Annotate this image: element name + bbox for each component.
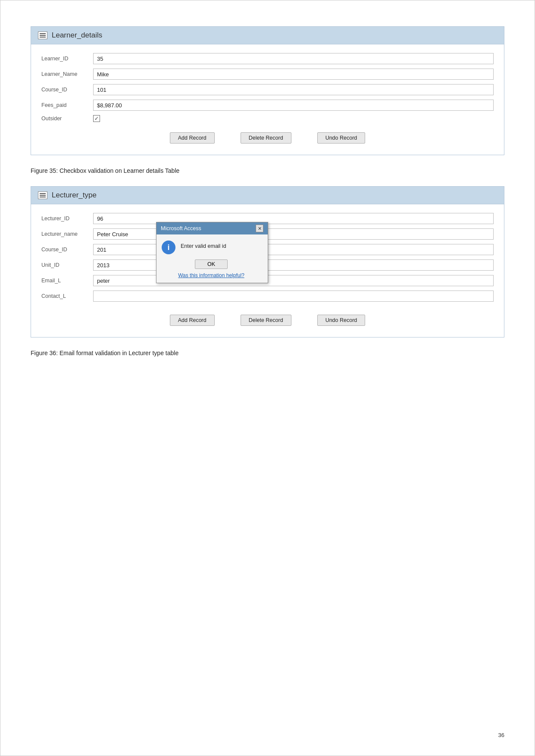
contact-l-input[interactable] bbox=[93, 291, 494, 302]
lecturer-course-id-label: Course_ID bbox=[41, 247, 93, 253]
learner-form-buttons: Add Record Delete Record Undo Record bbox=[41, 126, 494, 148]
figure35-caption: Figure 35: Checkbox validation on Learne… bbox=[31, 167, 504, 174]
lecturer-id-label: Lecturer_ID bbox=[41, 216, 93, 222]
lecturer-add-record-button[interactable]: Add Record bbox=[170, 315, 215, 326]
learner-course-id-row: Course_ID bbox=[41, 84, 494, 95]
email-l-input[interactable] bbox=[93, 275, 494, 286]
dialog-title: Microsoft Access bbox=[161, 225, 201, 231]
email-l-label: Email_L bbox=[41, 278, 93, 284]
learner-course-id-label: Course_ID bbox=[41, 87, 93, 93]
close-icon: ✕ bbox=[258, 226, 262, 231]
learner-panel-header: Learner_details bbox=[31, 27, 504, 44]
lecturer-undo-record-button[interactable]: Undo Record bbox=[317, 315, 366, 326]
lecturer-name-input[interactable] bbox=[93, 228, 494, 240]
fees-paid-label: Fees_paid bbox=[41, 102, 93, 108]
learner-id-label: Learner_ID bbox=[41, 56, 93, 62]
figure36-caption: Figure 36: Email format validation in Le… bbox=[31, 350, 504, 356]
lecturer-form-body: Lecturer_ID Lecturer_name Course_ID Unit… bbox=[31, 204, 504, 337]
lecturer-form-buttons: Add Record Delete Record Undo Record bbox=[41, 309, 494, 330]
info-icon: i bbox=[162, 241, 175, 254]
learner-panel-title: Learner_details bbox=[52, 31, 102, 40]
dialog-help-link[interactable]: Was this information helpful? bbox=[178, 272, 244, 278]
dialog-ok-row: OK bbox=[162, 259, 261, 269]
learner-name-input[interactable] bbox=[93, 69, 494, 80]
dialog-titlebar: Microsoft Access ✕ bbox=[156, 222, 268, 234]
learner-name-row: Learner_Name bbox=[41, 69, 494, 80]
lecturer-id-input[interactable] bbox=[93, 213, 494, 224]
lecturer-delete-record-button[interactable]: Delete Record bbox=[241, 315, 291, 326]
dialog-help-row: Was this information helpful? bbox=[162, 272, 261, 278]
dialog-close-button[interactable]: ✕ bbox=[256, 225, 263, 232]
table-icon bbox=[38, 31, 47, 39]
outsider-checkbox[interactable] bbox=[93, 115, 100, 122]
lecturer-course-id-input[interactable] bbox=[93, 244, 494, 255]
lecturer-panel-title: Lecturer_type bbox=[52, 191, 97, 200]
fees-paid-input[interactable] bbox=[93, 100, 494, 111]
learner-add-record-button[interactable]: Add Record bbox=[170, 132, 215, 144]
dialog-info-row: i Enter valid email id bbox=[162, 241, 261, 254]
lecturer-panel-header: Lecturer_type bbox=[31, 187, 504, 204]
learner-id-input[interactable] bbox=[93, 53, 494, 64]
page-number: 36 bbox=[498, 732, 504, 738]
lecturer-type-panel: Lecturer_type Lecturer_ID Lecturer_name … bbox=[31, 186, 504, 337]
learner-details-panel: Learner_details Learner_ID Learner_Name … bbox=[31, 26, 504, 155]
dialog-ok-button[interactable]: OK bbox=[195, 259, 228, 269]
learner-name-label: Learner_Name bbox=[41, 71, 93, 77]
page: Learner_details Learner_ID Learner_Name … bbox=[0, 0, 535, 756]
learner-course-id-input[interactable] bbox=[93, 84, 494, 95]
learner-delete-record-button[interactable]: Delete Record bbox=[241, 132, 291, 144]
dialog-body: i Enter valid email id OK Was this infor… bbox=[156, 234, 268, 283]
outsider-row: Outsider bbox=[41, 115, 494, 122]
unit-id-label: Unit_ID bbox=[41, 262, 93, 268]
learner-id-row: Learner_ID bbox=[41, 53, 494, 64]
learner-undo-record-button[interactable]: Undo Record bbox=[317, 132, 366, 144]
dialog-message: Enter valid email id bbox=[181, 241, 226, 249]
learner-form-body: Learner_ID Learner_Name Course_ID Fees_p… bbox=[31, 44, 504, 155]
contact-l-label: Contact_L bbox=[41, 293, 93, 299]
table-icon-2 bbox=[38, 191, 47, 199]
outsider-label: Outsider bbox=[41, 116, 93, 122]
lecturer-name-label: Lecturer_name bbox=[41, 231, 93, 237]
microsoft-access-dialog: Microsoft Access ✕ i Enter valid email i… bbox=[156, 222, 268, 283]
fees-paid-row: Fees_paid bbox=[41, 100, 494, 111]
contact-l-row: Contact_L bbox=[41, 291, 494, 302]
unit-id-input[interactable] bbox=[93, 259, 494, 271]
